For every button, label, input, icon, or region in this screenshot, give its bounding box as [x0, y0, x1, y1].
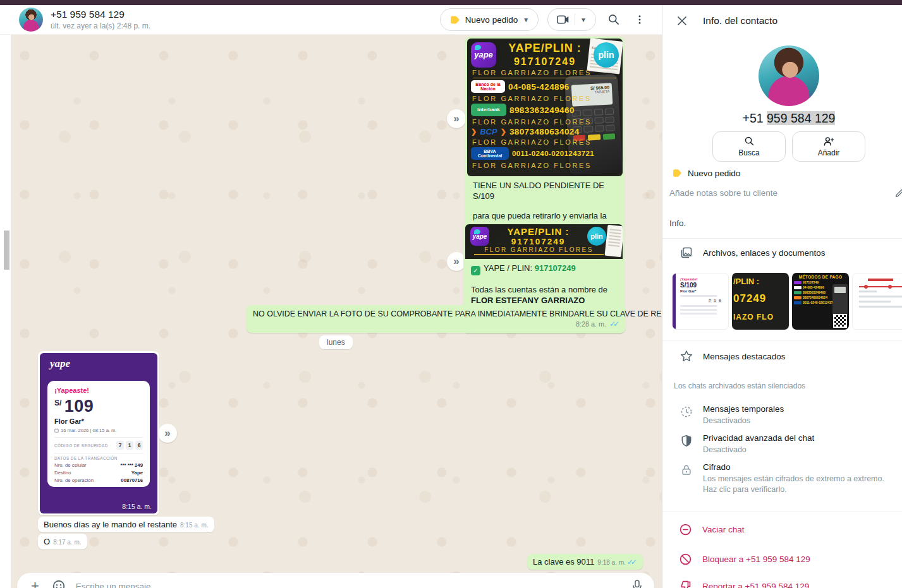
contact-avatar[interactable] — [19, 8, 43, 32]
outgoing-text-message[interactable]: NO OLVIDE ENVIAR LA FOTO DE SU COMPROBAN… — [247, 305, 626, 333]
emoji-icon[interactable] — [49, 577, 68, 588]
row-subtitle: Desactivados — [703, 416, 784, 426]
poster-phone: 917107249 — [499, 56, 591, 68]
menu-kebab-icon[interactable] — [631, 11, 648, 28]
new-order-button[interactable]: Nuevo pedido ▼ — [440, 8, 539, 31]
chat-header: +51 959 584 129 últ. vez ayer a la(s) 2:… — [0, 5, 662, 35]
panel-header: Info. del contacto — [662, 5, 902, 37]
bbva-logo: BBVA Continental — [471, 147, 509, 160]
media-links-docs-row[interactable]: Archivos, enlaces y documentos — [662, 246, 902, 259]
whatsapp-business-window: +51 959 584 129 últ. vez ayer a la(s) 2:… — [0, 0, 902, 588]
search-in-chat-icon[interactable] — [605, 11, 623, 28]
transaction-label: DATOS DE LA TRANSACCIÓN — [54, 456, 143, 460]
payer-name: Flor Gar* — [54, 417, 143, 425]
payment-phone: 917107249 — [535, 263, 576, 273]
poster-title: YAPE/PLIN : — [499, 42, 591, 55]
media-thumbnail-plin-banner[interactable]: /PLIN : 07249 IAZO FLO — [732, 273, 789, 330]
incoming-text-message[interactable]: O8:17 a. m. — [38, 534, 87, 549]
new-order-label: Nuevo pedido — [465, 15, 518, 25]
block-contact-row[interactable]: Bloquear a +51 959 584 129 — [662, 553, 902, 566]
media-thumbnails: ¡Yapeaste! S/109 Flor Gar* 716 /PLIN : 0… — [672, 273, 902, 330]
read-ticks-icon: ✓✓ — [609, 320, 619, 328]
account-number: 0011-0240-0201243721 — [512, 150, 594, 157]
media-thumbnail-yape-receipt[interactable]: ¡Yapeaste! S/109 Flor Gar* 716 — [672, 273, 729, 330]
message-text: La clave es 9011 — [533, 557, 594, 567]
interbank-logo: interbank — [471, 104, 506, 116]
thumbs-down-icon — [679, 580, 692, 588]
account-owner: FLOR GARRIAZO FLORES — [467, 68, 623, 77]
message-time: 8:15 a. m. — [180, 522, 208, 529]
forward-message-button[interactable]: » — [447, 109, 466, 128]
contact-summary[interactable]: +51 959 584 129 últ. vez ayer a la(s) 2:… — [51, 9, 440, 30]
button-label: Añadir — [818, 148, 840, 157]
incoming-text-message[interactable]: Buenos días ay le mando el restante8:15 … — [38, 517, 214, 532]
attach-plus-button[interactable]: + — [27, 579, 43, 588]
media-thumbnail-tracking-doc[interactable] — [852, 273, 902, 330]
add-contact-button[interactable]: Añadir — [792, 131, 865, 162]
search-contact-button[interactable]: Busca — [712, 131, 786, 162]
check-mark-icon: ✓ — [471, 266, 480, 275]
message-text: Buenos días ay le mando el restante — [44, 520, 177, 529]
incoming-image-message[interactable]: yape ¡Yapeaste! S/ 109 Flor Gar* 16 mar.… — [38, 351, 159, 515]
account-owner: FLOR GARRIAZO FLORES — [474, 246, 604, 255]
starred-messages-row[interactable]: Mensajes destacados — [662, 350, 902, 363]
lock-icon — [680, 464, 693, 495]
row-label: Reportar a +51 959 584 129 — [702, 582, 809, 588]
last-seen-status: últ. vez ayer a la(s) 2:48 p. m. — [51, 21, 440, 30]
message-input[interactable] — [75, 581, 629, 588]
chevron-down-icon: ▼ — [580, 16, 587, 23]
date-divider: lunes — [319, 335, 353, 349]
selected-text: 959 584 129 — [767, 111, 835, 125]
yape-app-icon: yape — [470, 227, 489, 246]
microphone-icon[interactable] — [629, 577, 645, 588]
contact-info-panel: Info. del contacto +51 959 584 129 Busca… — [662, 5, 902, 588]
block-icon — [679, 553, 692, 566]
caption-line: TIENE UN SALDO PENDIENTE DE S/109 — [473, 180, 617, 201]
archived-chats-note: Los chats archivados están silenciados — [674, 381, 805, 390]
security-code-label: CÓDIGO DE SEGURIDAD — [54, 443, 108, 448]
label-tag-icon — [672, 168, 682, 178]
forward-message-button[interactable]: » — [158, 424, 177, 443]
yape-receipt-image[interactable]: yape ¡Yapeaste! S/ 109 Flor Gar* 16 mar.… — [40, 353, 157, 513]
window-titlebar — [0, 0, 902, 5]
chat-list-scrollbar[interactable] — [4, 231, 9, 270]
plin-app-icon: plin — [594, 42, 619, 68]
video-call-button[interactable]: ▼ — [547, 8, 596, 31]
report-contact-row[interactable]: Reportar a +51 959 584 129 — [662, 580, 902, 588]
yape-plin-banner-image[interactable]: yape YAPE/PLIN : 917107249 plin FLOR GAR… — [465, 224, 623, 259]
store-receipt-graphic — [605, 225, 623, 257]
conversation-area: » Floower sto S/ 565.00 TARJETA yape — [11, 35, 662, 588]
row-subtitle: Desactivado — [703, 445, 814, 455]
media-thumbnail-payment-methods[interactable]: MÉTODOS DE PAGO 917107249 04-085-424896 … — [792, 273, 849, 330]
currency: S/ — [54, 399, 61, 407]
receipt-title: ¡Yapeaste! — [54, 387, 143, 394]
outgoing-text-message[interactable]: La clave es 90119:18 a. m.✓✓ — [527, 554, 643, 570]
star-icon — [680, 350, 693, 363]
message-time: 8:15 a. m. — [122, 503, 152, 510]
close-panel-icon[interactable] — [674, 13, 690, 29]
row-label: Bloquear a +51 959 584 129 — [702, 555, 810, 564]
disappearing-messages-row[interactable]: Mensajes temporales Desactivados — [662, 404, 902, 426]
button-label: Busca — [738, 148, 759, 157]
encryption-row[interactable]: Cifrado Los mensajes están cifrados de e… — [662, 462, 902, 495]
account-owner: FLOR GARRIAZO FLORES — [467, 137, 623, 147]
shield-icon — [680, 435, 693, 455]
row-title: Cifrado — [703, 462, 893, 472]
pos-terminal-graphic — [832, 284, 848, 317]
order-label-chip[interactable]: Nuevo pedido — [672, 168, 740, 178]
contact-profile-photo[interactable] — [759, 45, 819, 106]
contact-phone-number[interactable]: +51 959 584 129 — [662, 111, 902, 126]
bcp-logo: BCP — [480, 127, 497, 136]
advanced-chat-privacy-row[interactable]: Privacidad avanzada del chat Desactivado — [662, 433, 902, 455]
video-camera-icon — [557, 15, 570, 25]
banco-nacion-logo: Banco de la Nación — [471, 80, 505, 93]
clear-chat-row[interactable]: Vaciar chat — [662, 523, 902, 536]
chip-label: Nuevo pedido — [688, 169, 740, 178]
client-notes-field[interactable]: Añade notas sobre tu cliente — [669, 188, 777, 198]
payment-methods-image[interactable]: Floower sto S/ 565.00 TARJETA yape YAPE/… — [467, 39, 623, 176]
message-time: 8:17 a. m. — [53, 539, 81, 546]
minus-circle-icon — [679, 523, 692, 536]
poster-title: YAPE/PLIN : — [493, 226, 583, 237]
edit-pencil-icon[interactable] — [894, 188, 902, 198]
contact-name: +51 959 584 129 — [51, 9, 440, 20]
